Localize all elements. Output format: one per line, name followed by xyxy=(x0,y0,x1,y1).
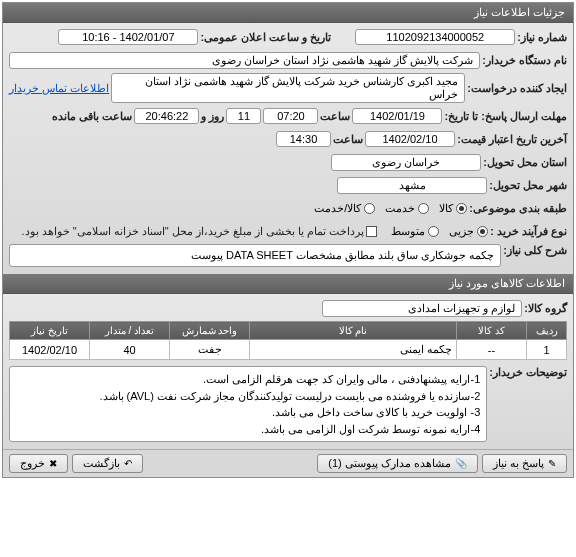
exit-icon: ✖ xyxy=(49,458,57,469)
public-date-field: 1402/01/07 - 10:16 xyxy=(58,29,198,45)
note-line-1: 1-ارایه پیشنهادفنی ، مالی وایران کد جهت … xyxy=(16,371,480,388)
reply-button[interactable]: ✎ پاسخ به نیاز xyxy=(482,454,567,473)
col-name: نام کالا xyxy=(250,322,457,340)
back-button[interactable]: ↶ بازگشت xyxy=(72,454,143,473)
note-line-4: 4-ارایه نمونه توسط شرکت اول الزامی می با… xyxy=(16,421,480,438)
radio-partial[interactable]: جزیی xyxy=(449,225,488,238)
time-label-1: ساعت xyxy=(320,110,350,123)
buyer-org-field: شرکت پالایش گاز شهید هاشمی نژاد استان خر… xyxy=(9,52,480,69)
cell-unit: جفت xyxy=(170,340,250,360)
cell-date: 1402/02/10 xyxy=(10,340,90,360)
province-label: استان محل تحویل: xyxy=(483,156,567,169)
col-unit: واحد شمارش xyxy=(170,322,250,340)
need-no-label: شماره نیاز: xyxy=(517,31,567,44)
days-field: 11 xyxy=(226,108,261,124)
note-line-2: 2-سازنده یا فروشنده می بایست درلیست تولی… xyxy=(16,388,480,405)
col-qty: تعداد / متدار xyxy=(90,322,170,340)
panel-title: جزئیات اطلاعات نیاز xyxy=(3,3,573,23)
col-code: کد کالا xyxy=(457,322,527,340)
col-row: ردیف xyxy=(527,322,567,340)
time-label-2: ساعت xyxy=(333,133,363,146)
category-radios: کالا خدمت کالا/خدمت xyxy=(314,202,467,215)
cell-qty: 40 xyxy=(90,340,170,360)
radio-goods-label: کالا xyxy=(439,202,453,215)
radio-dot-icon xyxy=(477,226,488,237)
attach-label: مشاهده مدارک پیوستی (1) xyxy=(328,457,451,470)
desc-box: چکمه جوشکاری ساق بلند مطابق مشخصات DATA … xyxy=(9,244,501,267)
items-body: گروه کالا: لوازم و تجهیزات امدادی ردیف ک… xyxy=(3,294,573,449)
items-table: ردیف کد کالا نام کالا واحد شمارش تعداد /… xyxy=(9,321,567,360)
buyer-notes-label: توضیحات خریدار: xyxy=(489,366,567,379)
radio-circle-icon xyxy=(418,203,429,214)
radio-service[interactable]: خدمت xyxy=(385,202,429,215)
credit-label: آخرین تاریخ اعتبار قیمت: تا تاریخ: xyxy=(457,133,567,146)
city-field: مشهد xyxy=(337,177,487,194)
table-row: 1 -- چکمه ایمنی جفت 40 1402/02/10 xyxy=(10,340,567,360)
back-icon: ↶ xyxy=(124,458,132,469)
items-header: اطلاعات کالاهای مورد نیاز xyxy=(3,274,573,294)
col-date: تاریخ نیاز xyxy=(10,322,90,340)
radio-circle-icon xyxy=(364,203,375,214)
main-panel: جزئیات اطلاعات نیاز شماره نیاز: 11020921… xyxy=(2,2,574,478)
category-label: طبقه بندی موضوعی: xyxy=(469,202,567,215)
radio-goods[interactable]: کالا xyxy=(439,202,467,215)
province-field: خراسان رضوی xyxy=(331,154,481,171)
footer-bar: ✎ پاسخ به نیاز 📎 مشاهده مدارک پیوستی (1)… xyxy=(3,449,573,477)
countdown-field: 20:46:22 xyxy=(134,108,199,124)
contact-link[interactable]: اطلاعات تماس خریدار xyxy=(9,82,109,95)
attachments-button[interactable]: 📎 مشاهده مدارک پیوستی (1) xyxy=(317,454,478,473)
process-label: نوع فرآیند خرید : xyxy=(490,225,567,238)
cell-code: -- xyxy=(457,340,527,360)
reply-icon: ✎ xyxy=(548,458,556,469)
cell-name: چکمه ایمنی xyxy=(250,340,457,360)
day-label: روز و xyxy=(201,110,224,123)
remain-label: ساعت باقی مانده xyxy=(52,110,132,123)
note-line-3: 3- اولویت خرید با کالای ساخت داخل می باش… xyxy=(16,404,480,421)
back-label: بازگشت xyxy=(83,457,120,470)
creator-label: ایجاد کننده درخواست: xyxy=(467,82,567,95)
city-label: شهر محل تحویل: xyxy=(489,179,567,192)
group-label: گروه کالا: xyxy=(524,302,567,315)
deadline-time-field: 07:20 xyxy=(263,108,318,124)
public-date-label: تاریخ و ساعت اعلان عمومی: xyxy=(200,31,331,44)
exit-label: خروج xyxy=(20,457,45,470)
payment-checkbox[interactable] xyxy=(366,226,377,237)
radio-goods-service[interactable]: کالا/خدمت xyxy=(314,202,375,215)
process-radios: جزیی متوسط xyxy=(391,225,488,238)
buyer-org-label: نام دستگاه خریدار: xyxy=(482,54,567,67)
radio-partial-label: جزیی xyxy=(449,225,474,238)
reply-deadline-label: مهلت ارسال پاسخ: تا تاریخ: xyxy=(444,110,567,123)
deadline-date-field: 1402/01/19 xyxy=(352,108,442,124)
creator-field: مجید اکبری کارشناس خرید شرکت پالایش گاز … xyxy=(111,73,465,103)
buyer-notes-box: 1-ارایه پیشنهادفنی ، مالی وایران کد جهت … xyxy=(9,366,487,442)
payment-note: پرداخت تمام یا بخشی از مبلغ خرید،از محل … xyxy=(22,225,365,238)
form-body: شماره نیاز: 1102092134000052 تاریخ و ساع… xyxy=(3,23,573,274)
reply-label: پاسخ به نیاز xyxy=(493,457,544,470)
cell-row: 1 xyxy=(527,340,567,360)
group-field: لوازم و تجهیزات امدادی xyxy=(322,300,522,317)
need-no-field: 1102092134000052 xyxy=(355,29,515,45)
credit-time-field: 14:30 xyxy=(276,131,331,147)
desc-label: شرح کلی نیاز: xyxy=(503,244,567,257)
radio-service-label: خدمت xyxy=(385,202,415,215)
exit-button[interactable]: ✖ خروج xyxy=(9,454,68,473)
table-header-row: ردیف کد کالا نام کالا واحد شمارش تعداد /… xyxy=(10,322,567,340)
attachment-icon: 📎 xyxy=(455,458,467,469)
credit-date-field: 1402/02/10 xyxy=(365,131,455,147)
radio-dot-icon xyxy=(456,203,467,214)
radio-medium-label: متوسط xyxy=(391,225,425,238)
radio-circle-icon xyxy=(428,226,439,237)
radio-gs-label: کالا/خدمت xyxy=(314,202,361,215)
radio-medium[interactable]: متوسط xyxy=(391,225,439,238)
